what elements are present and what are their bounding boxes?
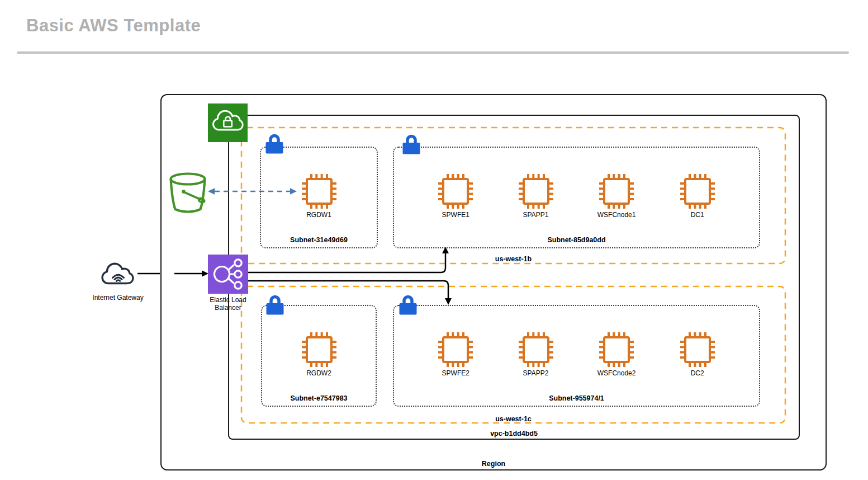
ec2-instance-icon bbox=[301, 331, 338, 368]
ec2-instance-icon bbox=[518, 331, 554, 368]
elastic-load-balancer-label: Elastic Load Balancer bbox=[203, 296, 253, 312]
subnet-label: Subnet-955974/1 bbox=[394, 394, 759, 402]
title-divider bbox=[17, 51, 849, 54]
subnet-box-31e49d69[interactable]: RGDW1 Subnet-31e49d69 bbox=[260, 147, 378, 248]
instance-label: RGDW1 bbox=[306, 211, 331, 219]
ec2-instance[interactable]: WSFCnode2 bbox=[597, 331, 636, 377]
instance-label: DC1 bbox=[691, 211, 704, 219]
ec2-instance[interactable]: SPWFE1 bbox=[437, 173, 474, 219]
ec2-instance-icon bbox=[301, 173, 338, 210]
instance-label: SPWFE1 bbox=[442, 211, 469, 219]
subnet-box-e7547983[interactable]: RGDW2 Subnet-e7547983 bbox=[261, 305, 377, 407]
internet-gateway-label: Internet Gateway bbox=[84, 294, 151, 302]
ec2-instance-icon bbox=[598, 331, 635, 368]
vpc-cloud-lock-icon[interactable] bbox=[208, 103, 248, 142]
ec2-instance-icon bbox=[518, 173, 554, 210]
region-label: Region bbox=[162, 460, 826, 468]
instance-label: SPWFE2 bbox=[442, 369, 469, 377]
ec2-instance[interactable]: SPWFE2 bbox=[437, 331, 474, 377]
ec2-instance[interactable]: SPAPP1 bbox=[518, 173, 554, 219]
instance-label: SPAPP2 bbox=[523, 369, 549, 377]
ec2-instance-icon bbox=[437, 173, 474, 210]
subnet-label: Subnet-e7547983 bbox=[262, 394, 376, 402]
ec2-instance[interactable]: RGDW2 bbox=[301, 331, 338, 377]
lock-icon[interactable] bbox=[399, 294, 418, 316]
elastic-load-balancer-icon[interactable] bbox=[208, 255, 248, 294]
subnet-box-955974-1[interactable]: SPWFE2SPAPP2WSFCnode2DC2 Subnet-955974/1 bbox=[393, 305, 760, 407]
subnet-label: Subnet-31e49d69 bbox=[261, 236, 377, 244]
instance-label: WSFCnode2 bbox=[597, 369, 636, 377]
availability-zone-1b-label: us-west-1b bbox=[241, 255, 785, 263]
subnet-box-85d9a0dd[interactable]: SPWFE1SPAPP1WSFCnode1DC1 Subnet-85d9a0dd bbox=[393, 147, 760, 248]
internet-gateway-icon[interactable] bbox=[99, 257, 137, 288]
ec2-instance[interactable]: RGDW1 bbox=[301, 173, 338, 219]
ec2-instance[interactable]: SPAPP2 bbox=[518, 331, 554, 377]
lock-icon[interactable] bbox=[265, 294, 284, 316]
ec2-instance[interactable]: DC1 bbox=[679, 173, 716, 219]
instance-label: DC2 bbox=[691, 369, 704, 377]
instance-label: WSFCnode1 bbox=[597, 211, 636, 219]
ec2-instance-icon bbox=[437, 331, 474, 368]
ec2-instance[interactable]: WSFCnode1 bbox=[597, 173, 636, 219]
s3-bucket-icon[interactable] bbox=[167, 171, 208, 216]
lock-icon[interactable] bbox=[265, 133, 284, 154]
ec2-instance-icon bbox=[598, 173, 635, 210]
availability-zone-1c-label: us-west-1c bbox=[241, 415, 785, 423]
instance-label: SPAPP1 bbox=[523, 211, 549, 219]
subnet-label: Subnet-85d9a0dd bbox=[394, 236, 759, 244]
ec2-instance-icon bbox=[679, 173, 716, 210]
ec2-instance[interactable]: DC2 bbox=[679, 331, 716, 377]
lock-icon[interactable] bbox=[402, 134, 421, 155]
ec2-instance-icon bbox=[679, 331, 716, 368]
vpc-label: vpc-b1dd4bd5 bbox=[229, 430, 799, 437]
page-title: Basic AWS Template bbox=[26, 16, 201, 36]
instance-label: RGDW2 bbox=[306, 369, 331, 377]
